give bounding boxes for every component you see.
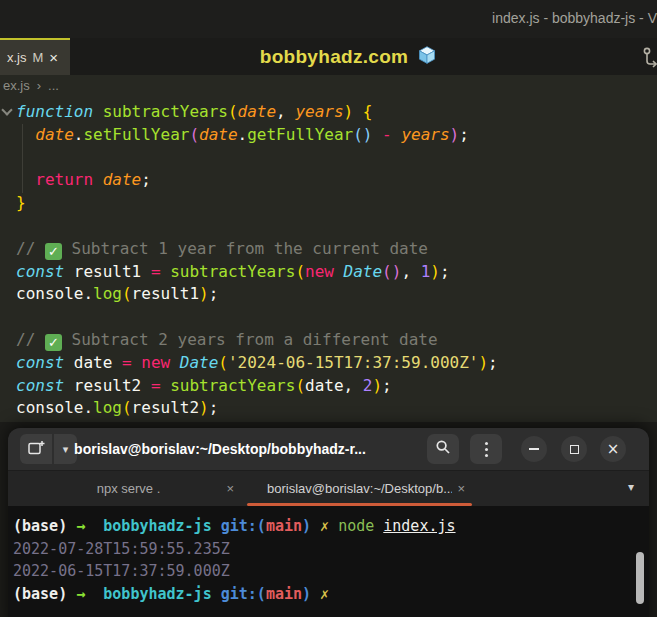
checkmark-icon: ✓ [45, 243, 62, 260]
terminal-scrollbar[interactable] [636, 552, 644, 604]
breadcrumb-separator-icon: › [37, 78, 41, 93]
code-line [16, 147, 657, 170]
code-line [16, 215, 657, 238]
code-line [16, 306, 657, 329]
dropdown-caret-icon: ▾ [63, 443, 69, 456]
new-tab-icon [28, 440, 45, 459]
site-banner: bobbyhadz.com [70, 38, 627, 75]
maximize-icon [570, 445, 579, 454]
terminal-tab-npx-serve[interactable]: npx serve . × [13, 471, 244, 506]
code-line: const result1 = subtractYears(new Date()… [16, 261, 657, 284]
code-lines: function subtractYears(date, years) { da… [16, 101, 657, 420]
close-icon: × [607, 442, 620, 457]
minimize-button[interactable] [521, 436, 547, 462]
kebab-menu-icon [485, 442, 488, 457]
code-line: function subtractYears(date, years) { [16, 101, 657, 124]
code-line: const result2 = subtractYears(date, 2); [16, 375, 657, 398]
checkmark-icon: ✓ [45, 334, 62, 351]
code-line: return date; [16, 169, 657, 192]
tabs-list-caret-icon[interactable]: ▾ [628, 480, 634, 494]
branch-compare-icon[interactable] [642, 46, 657, 70]
window-title: index.js - bobbyhadz-js - V [492, 10, 657, 26]
search-icon [435, 439, 451, 459]
terminal-line: 2022-07-28T15:59:55.235Z [13, 538, 649, 561]
search-button[interactable] [427, 434, 459, 464]
window-titlebar: index.js - bobbyhadz-js - V [0, 0, 657, 38]
breadcrumb-file[interactable]: ex.js [3, 78, 30, 93]
ice-cube-icon [417, 45, 437, 69]
terminal-output: (base) → bobbyhadz-js git:(main) ✗ node … [13, 515, 649, 606]
indent-guide [22, 124, 23, 193]
tab-close-icon[interactable]: × [49, 50, 58, 65]
code-line: // ✓ Subtract 1 year from the current da… [16, 238, 657, 261]
terminal-window: ▾ borislav@borislav:~/Desktop/bobbyhadz-… [8, 428, 649, 617]
screen: index.js - bobbyhadz-js - V bobbyhadz.co… [0, 0, 657, 617]
terminal-content[interactable]: (base) → bobbyhadz-js git:(main) ✗ node … [8, 507, 649, 617]
code-line: console.log(result1); [16, 283, 657, 306]
terminal-tab-close-icon[interactable]: × [457, 481, 465, 496]
terminal-line: (base) → bobbyhadz-js git:(main) ✗ [13, 583, 649, 606]
terminal-tab-borislav[interactable]: borislav@borislav:~/Desktop/b... × [244, 471, 475, 506]
code-editor[interactable]: function subtractYears(date, years) { da… [0, 95, 657, 428]
close-button[interactable]: × [600, 436, 626, 462]
terminal-titlebar: ▾ borislav@borislav:~/Desktop/bobbyhadz-… [8, 428, 649, 470]
tab-indexjs[interactable]: x.js M × [0, 38, 70, 75]
terminal-newtab-group: ▾ [20, 434, 77, 464]
terminal-line: (base) → bobbyhadz-js git:(main) ✗ node … [13, 515, 649, 538]
tab-file-name: x.js [7, 50, 27, 65]
breadcrumb-ellipsis[interactable]: ... [48, 78, 59, 93]
breadcrumb[interactable]: ex.js › ... [0, 75, 657, 95]
code-line: } [16, 192, 657, 215]
terminal-tab-label: borislav@borislav:~/Desktop/b... [267, 481, 452, 496]
minimize-icon [529, 448, 539, 450]
menu-button[interactable] [470, 434, 502, 464]
code-line: const date = new Date('2024-06-15T17:37:… [16, 352, 657, 375]
code-line: console.log(result2); [16, 397, 657, 420]
terminal-tab-close-icon[interactable]: × [226, 481, 234, 496]
modified-badge: M [33, 50, 44, 65]
terminal-tabbar: npx serve . × borislav@borislav:~/Deskto… [8, 470, 649, 506]
terminal-title: borislav@borislav:~/Desktop/bobbyhadz-r.… [70, 428, 370, 470]
new-tab-button[interactable] [20, 434, 52, 464]
code-line: // ✓ Subtract 2 years from a different d… [16, 329, 657, 352]
maximize-button[interactable] [561, 436, 587, 462]
code-line: date.setFullYear(date.getFullYear() - ye… [16, 124, 657, 147]
site-banner-text: bobbyhadz.com [260, 46, 409, 68]
editor-tabbar: bobbyhadz.com x.js M × [0, 38, 657, 75]
terminal-tab-label: npx serve . [97, 481, 161, 496]
terminal-line: 2022-06-15T17:37:59.000Z [13, 560, 649, 583]
